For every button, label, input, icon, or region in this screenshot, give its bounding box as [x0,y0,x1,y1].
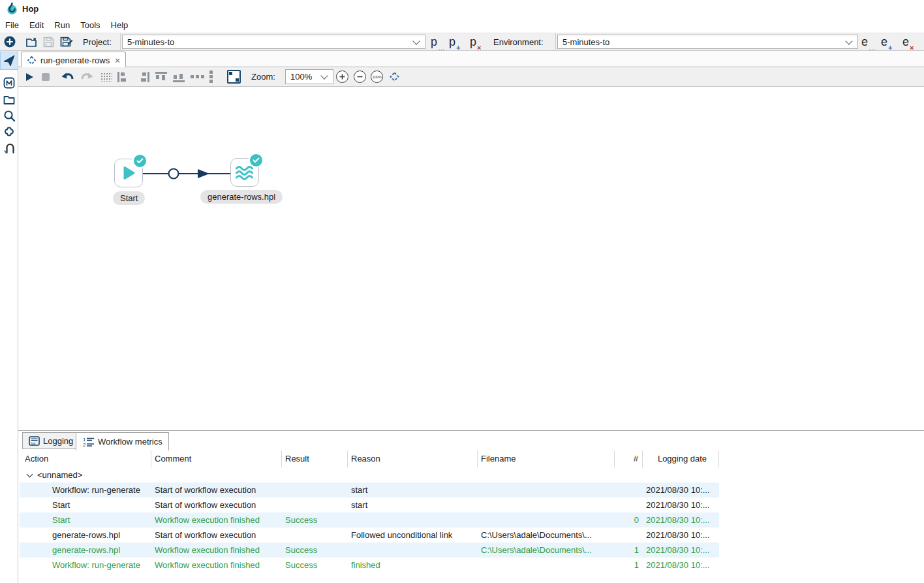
environment-edit-button[interactable]: e … [861,34,875,51]
sidebar-item-file-explorer[interactable] [1,91,18,108]
redo-arrow-icon [80,72,93,82]
save-as-button[interactable] [60,36,73,48]
node-label-start[interactable]: Start [113,191,145,205]
column-header-logging-date[interactable]: Logging date [643,450,719,467]
menu-file[interactable]: File [5,20,19,30]
environment-add-button[interactable]: e + [881,34,891,51]
action-pipeline-node[interactable] [230,158,259,187]
tab-workflow-metrics-label: Workflow metrics [98,437,162,447]
table-row[interactable]: generate-rows.hpl Workflow execution fin… [20,543,719,558]
action-start-node[interactable] [114,159,143,187]
save-icon [43,37,54,48]
chevron-down-icon [845,37,852,44]
environment-delete-button[interactable]: e × [902,34,913,51]
tab-logging-label: Logging [43,436,73,446]
column-header-comment[interactable]: Comment [151,450,282,467]
toolbar-separator [120,33,121,51]
project-delete-button[interactable]: p × [470,34,480,51]
p-letter: p [470,34,476,50]
project-combo[interactable]: 5-minutes-to [122,35,425,49]
cell-action: generate-rows.hpl [20,545,151,555]
snap-to-grid-button[interactable] [227,67,241,86]
tab-workflow-metrics[interactable]: 1 2 Workflow metrics [76,432,169,450]
cell-reason: finished [348,560,478,570]
project-combo-value: 5-minutes-to [123,37,414,47]
pipeline-waves-icon [236,164,254,181]
cell-count: 1 [615,545,643,555]
run-button[interactable] [25,67,34,86]
e-letter: e [902,34,909,50]
menu-run[interactable]: Run [54,20,70,30]
column-header-filename[interactable]: Filename [478,450,615,467]
column-header-result[interactable]: Result [282,450,348,467]
zoom-combo[interactable]: 100% [285,69,333,84]
cell-result: Success [282,515,348,525]
table-row[interactable]: Start Workflow execution finished Succes… [20,512,719,528]
align-top-button[interactable] [155,67,167,86]
p-letter: p [431,34,437,50]
cell-filename: C:\Users\adale\Documents\... [478,530,615,540]
zoom-out-button[interactable] [354,67,366,86]
sidebar-item-search[interactable] [1,107,18,124]
menu-edit[interactable]: Edit [29,20,44,30]
column-header-action[interactable]: Action [20,450,151,467]
column-header-reason[interactable]: Reason [348,450,478,467]
align-right-button[interactable] [140,67,149,86]
tree-root-row[interactable]: <unnamed> [20,467,719,482]
toolbar-separator [555,33,556,51]
distribute-horizontally-button[interactable] [191,67,205,86]
stop-button[interactable] [42,67,50,86]
sidebar-item-metadata[interactable] [1,74,18,91]
folder-icon [3,95,15,105]
table-row[interactable]: generate-rows.hpl Start of workflow exec… [20,528,719,543]
table-row[interactable]: Workflow: run-generate Workflow executio… [20,558,719,573]
menu-tools[interactable]: Tools [80,20,100,30]
metrics-list-icon: 1 2 [82,436,95,447]
show-grid-button[interactable] [100,67,112,86]
tab-logging[interactable]: log Logging [22,432,80,449]
table-row[interactable]: Start Start of workflow execution start … [20,497,719,512]
environment-combo[interactable]: 5-minutes-to [557,35,858,49]
table-row[interactable]: Workflow: run-generate Start of workflow… [20,482,719,497]
paper-plane-icon [3,55,15,67]
tab-label: run-generate-rows [40,55,110,65]
column-header-count[interactable]: # [615,450,643,467]
zoom-fit-button[interactable] [389,67,400,86]
open-button[interactable] [26,37,38,48]
zoom-in-button[interactable] [336,67,348,86]
redo-button[interactable] [80,67,93,86]
main-toolbar: Project: 5-minutes-to p … p + p × Enviro… [0,33,924,51]
cell-reason: start [348,485,478,495]
cell-logging-date: 2021/08/30 10:... [643,560,719,570]
execution-results-panel: log Logging 1 2 Workflow metrics Action … [18,430,924,583]
tab-run-generate-rows[interactable]: run-generate-rows × [21,52,126,68]
environment-combo-value: 5-minutes-to [558,37,846,47]
hop-connection[interactable] [142,166,233,181]
project-add-button[interactable]: p + [449,34,459,51]
node-label-generate-rows[interactable]: generate-rows.hpl [200,190,283,204]
sidebar-item-plugins[interactable] [1,124,18,141]
cell-logging-date: 2021/08/30 10:... [643,515,719,525]
cell-reason: Followed unconditional link [348,530,478,540]
menu-bar: File Edit Run Tools Help [0,17,924,33]
align-left-button[interactable] [117,67,127,86]
distribute-vertically-button[interactable] [209,67,213,86]
snap-to-grid-icon [227,70,241,84]
undo-button[interactable] [61,67,75,86]
new-button[interactable] [4,36,16,48]
zoom-reset-button[interactable]: 100% [371,67,383,86]
project-edit-button[interactable]: p … [431,34,444,51]
save-button[interactable] [43,37,54,48]
start-play-icon [121,165,136,181]
workflow-canvas[interactable]: Start generate-rows.hpl [19,87,924,430]
tab-close-icon[interactable]: × [115,55,120,65]
align-bottom-button[interactable] [173,67,185,86]
sidebar-item-neo4j[interactable] [1,140,18,157]
tree-root-label: <unnamed> [37,470,82,480]
save-as-icon [60,36,73,48]
search-icon [3,110,16,122]
success-check-badge [249,153,264,168]
zoom-in-icon [336,71,348,83]
menu-help[interactable]: Help [111,20,129,30]
sidebar-item-data-orchestration[interactable] [1,52,18,69]
